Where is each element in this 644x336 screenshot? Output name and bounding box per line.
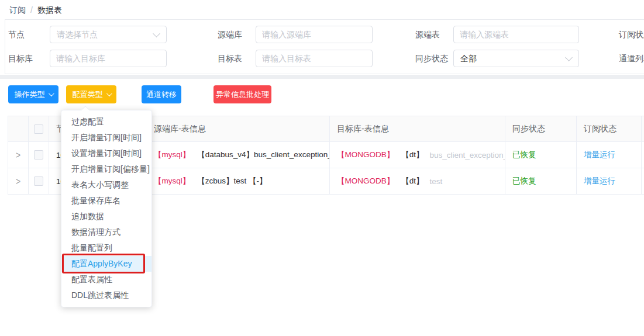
config-type-button[interactable]: 配置类型 [66, 85, 116, 103]
target-db-name: 【dt】 [401, 176, 423, 186]
operation-type-button[interactable]: 操作类型 [8, 85, 58, 103]
sync-status-filter-label: 同步状态 [415, 54, 448, 63]
page: 订阅/数据表 节点 请选择节点 源端库 源端表 订阅状态 目标库 目标表 同步状… [0, 0, 644, 336]
sub-status-filter-label: 订阅状态 [619, 30, 644, 39]
row-expand-cell[interactable]: > [8, 142, 29, 168]
expand-arrow-icon: > [16, 149, 20, 160]
target-db-input[interactable] [50, 50, 166, 67]
sync-status-cell: 已恢复 [505, 142, 577, 168]
expand-arrow-icon: > [16, 175, 20, 186]
menu-item-config-table-attr[interactable]: 配置表属性 [61, 272, 151, 287]
config-type-label: 配置类型 [73, 89, 103, 100]
target-table-name: test [430, 177, 443, 186]
sync-status-select[interactable]: 全部 [453, 50, 579, 67]
clipped-cell [642, 142, 644, 168]
menu-item-open-incr-sub-offset[interactable]: 开启增量订阅[偏移量] [61, 161, 151, 177]
channel-transfer-button[interactable]: 通道转移 [142, 85, 181, 103]
target-db-input-box [50, 50, 167, 67]
select-all-cell [29, 116, 49, 142]
sync-status-value: 已恢复 [512, 150, 536, 160]
target-cell: 【MONGODB】 【dt】 bus_client_exception_data [330, 142, 505, 168]
column-header-clipped [642, 116, 644, 142]
source-cell: 【mysql】 【zcbus】test 【-】 [147, 168, 330, 195]
source-db-table: 【databus_v4】bus_client_exception_data [197, 150, 330, 160]
target-table-filter-label: 目标表 [218, 54, 242, 63]
column-header-source: 源端库-表信息 [147, 116, 330, 142]
row-expand-cell[interactable]: > [8, 168, 29, 195]
clipped-cell [642, 168, 644, 195]
exception-batch-button[interactable]: 异常信息批处理 [213, 85, 271, 103]
source-db-table: 【zcbus】test 【-】 [197, 176, 267, 186]
node-filter-label: 节点 [8, 30, 25, 39]
chevron-down-icon [565, 54, 573, 61]
target-table-input[interactable] [256, 50, 372, 67]
exception-batch-label: 异常信息批处理 [216, 89, 269, 100]
target-db-name: 【dt】 [401, 150, 423, 160]
popover-arrow [81, 106, 89, 114]
sync-status-value: 已恢复 [512, 176, 536, 186]
menu-item-filter-config[interactable]: 过虑配置 [61, 114, 151, 130]
section-divider [0, 75, 644, 79]
source-db-type: 【mysql】 [154, 176, 190, 186]
expand-column-header [8, 116, 29, 142]
sub-status-link[interactable]: 增量运行 [584, 150, 615, 160]
column-header-sync: 同步状态 [505, 116, 577, 142]
menu-item-config-applybykey[interactable]: 配置ApplyByKey [61, 256, 151, 272]
sub-status-link[interactable]: 增量运行 [584, 176, 615, 186]
target-db-type: 【MONGODB】 [337, 176, 394, 186]
row-checkbox[interactable] [34, 150, 43, 160]
source-db-input-box [256, 26, 373, 43]
chevron-down-icon [153, 30, 160, 37]
chevron-down-icon [48, 91, 54, 96]
target-cell: 【MONGODB】 【dt】 test [330, 168, 505, 195]
breadcrumb-subscription[interactable]: 订阅 [9, 5, 26, 15]
sync-status-selected-value: 全部 [460, 54, 477, 64]
sub-status-cell: 增量运行 [577, 168, 642, 195]
row-select-cell [29, 168, 49, 195]
menu-item-set-incr-sub-time[interactable]: 设置增量订阅[时间] [61, 146, 151, 161]
source-db-filter-label: 源端库 [218, 30, 242, 39]
source-table-input[interactable] [454, 26, 578, 43]
source-db-input[interactable] [256, 26, 372, 43]
channel-filter-label: 通道列表 [619, 54, 644, 63]
menu-item-append-data[interactable]: 追加数据 [61, 209, 151, 224]
row-checkbox[interactable] [34, 176, 43, 186]
menu-item-ddl-skip-table-attr[interactable]: DDL跳过表属性 [61, 287, 151, 303]
sync-status-cell: 已恢复 [505, 168, 577, 195]
menu-item-batch-save-db[interactable]: 批量保存库名 [61, 193, 151, 209]
target-db-filter-label: 目标库 [8, 54, 33, 63]
target-table-name: bus_client_exception_data [430, 151, 505, 160]
menu-item-batch-config-column[interactable]: 批量配置列 [61, 240, 151, 256]
breadcrumb-separator: / [30, 5, 33, 15]
source-db-type: 【mysql】 [154, 150, 190, 160]
menu-item-data-clean-mode[interactable]: 数据清理方式 [61, 224, 151, 240]
column-header-sub: 订阅状态 [577, 116, 642, 142]
source-table-filter-label: 源端表 [415, 30, 440, 39]
sub-status-cell: 增量运行 [577, 142, 642, 168]
row-select-cell [29, 142, 49, 168]
node-select[interactable]: 请选择节点 [50, 26, 167, 43]
menu-item-table-case-adjust[interactable]: 表名大小写调整 [61, 177, 151, 193]
menu-item-open-incr-sub-time[interactable]: 开启增量订阅[时间] [61, 130, 151, 146]
operation-type-label: 操作类型 [15, 89, 45, 100]
target-table-input-box [256, 50, 373, 67]
column-header-target: 目标库-表信息 [330, 116, 505, 142]
channel-transfer-label: 通道转移 [146, 89, 177, 100]
chevron-down-icon [106, 91, 112, 96]
node-select-placeholder: 请选择节点 [57, 30, 98, 40]
select-all-checkbox[interactable] [34, 124, 43, 134]
breadcrumb-data-table: 数据表 [37, 5, 62, 15]
config-type-dropdown-menu: 过虑配置 开启增量订阅[时间] 设置增量订阅[时间] 开启增量订阅[偏移量] 表… [61, 110, 152, 307]
source-cell: 【mysql】 【databus_v4】bus_client_exception… [147, 142, 330, 168]
target-db-type: 【MONGODB】 [337, 150, 394, 160]
breadcrumb: 订阅/数据表 [9, 5, 62, 16]
source-table-input-box [453, 26, 579, 43]
